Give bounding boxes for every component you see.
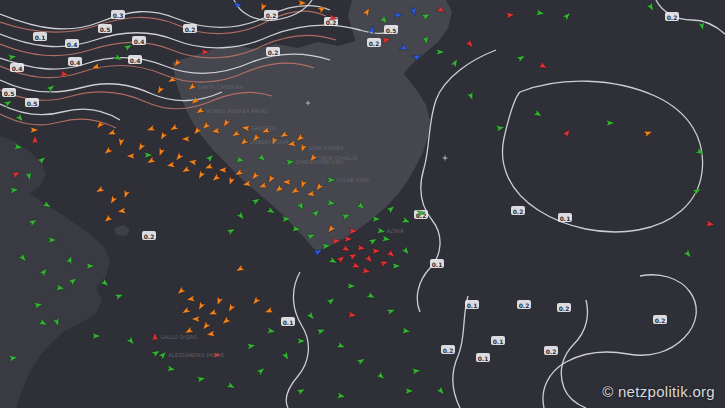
vessel-marker[interactable] [94, 185, 104, 195]
vessel-marker[interactable] [646, 2, 656, 12]
vessel-marker[interactable] [336, 342, 346, 351]
vessel-marker[interactable] [146, 125, 156, 134]
vessel-marker[interactable] [226, 381, 236, 391]
vessel-marker[interactable] [436, 386, 446, 396]
vessel-marker[interactable] [266, 206, 276, 216]
vessel-marker[interactable] [405, 388, 413, 394]
vessel-marker[interactable] [356, 356, 366, 366]
vessel-marker[interactable] [181, 136, 189, 142]
vessel-marker[interactable] [158, 131, 168, 141]
vessel-marker[interactable] [256, 366, 266, 376]
vessel-marker[interactable] [180, 306, 190, 316]
vessel-marker[interactable] [204, 163, 214, 172]
vessel-marker[interactable] [296, 386, 306, 396]
vessel-marker[interactable] [8, 53, 17, 61]
vessel-marker[interactable] [144, 152, 152, 158]
vessel-marker[interactable] [357, 244, 366, 252]
vessel-marker[interactable] [152, 332, 158, 340]
vessel-marker[interactable] [166, 161, 175, 169]
vessel-marker[interactable] [122, 189, 131, 199]
vessel-marker[interactable] [145, 156, 155, 166]
vessel-marker[interactable] [186, 295, 195, 303]
vessel-marker[interactable] [126, 336, 136, 346]
vessel-marker[interactable] [326, 296, 336, 306]
vessel-marker[interactable] [175, 286, 185, 296]
vessel-marker[interactable] [401, 217, 411, 226]
vessel-marker[interactable] [643, 129, 653, 138]
vessel-marker[interactable] [227, 176, 236, 186]
vessel-marker[interactable] [167, 365, 176, 373]
vessel-marker[interactable] [95, 120, 105, 130]
vessel-marker[interactable] [251, 196, 261, 206]
vessel-marker[interactable] [191, 316, 199, 322]
vessel-marker[interactable] [102, 146, 112, 156]
vessel-marker[interactable] [107, 129, 117, 138]
vessel-marker[interactable] [328, 256, 338, 266]
vessel-marker[interactable] [267, 327, 276, 335]
vessel-marker[interactable] [215, 296, 224, 306]
vessel-marker[interactable] [344, 236, 352, 242]
vessel-marker[interactable] [236, 211, 246, 221]
vessel-marker[interactable] [351, 262, 361, 271]
vessel-marker[interactable] [206, 330, 215, 338]
vessel-marker[interactable] [336, 254, 346, 264]
vessel-marker[interactable] [533, 109, 543, 119]
vessel-marker[interactable] [201, 321, 211, 331]
vessel-marker[interactable] [136, 142, 146, 152]
vessel-marker[interactable] [348, 311, 357, 319]
vessel-marker[interactable] [197, 375, 206, 383]
vessel-marker[interactable] [126, 153, 134, 159]
vessel-marker[interactable] [436, 49, 444, 55]
vessel-marker[interactable] [264, 307, 274, 316]
vessel-marker[interactable] [117, 138, 125, 147]
vessel-marker[interactable] [341, 244, 351, 254]
vessel-marker[interactable] [208, 309, 218, 318]
vessel-marker[interactable] [196, 301, 206, 311]
vessel-marker[interactable] [220, 316, 230, 326]
vessel-marker[interactable] [337, 392, 346, 400]
vessel-marker[interactable] [516, 53, 526, 63]
map-canvas[interactable]: 0.30.10.50.20.40.40.40.40.40.50.50.20.20… [0, 0, 725, 408]
vessel-marker[interactable] [412, 367, 421, 375]
vessel-marker[interactable] [32, 135, 38, 143]
vessel-marker[interactable] [379, 259, 389, 268]
vessel-marker[interactable] [467, 91, 476, 101]
vessel-marker[interactable] [364, 254, 374, 264]
vessel-marker[interactable] [108, 195, 118, 205]
vessel-marker[interactable] [188, 158, 197, 166]
vessel-marker[interactable] [362, 267, 371, 275]
vessel-marker[interactable] [366, 291, 376, 301]
vessel-marker[interactable] [562, 127, 572, 137]
vessel-marker[interactable] [368, 236, 378, 246]
vessel-marker[interactable] [536, 9, 545, 17]
vessel-marker[interactable] [210, 173, 220, 183]
vessel-marker[interactable] [562, 11, 572, 21]
vessel-marker[interactable] [506, 11, 515, 19]
vessel-marker[interactable] [450, 57, 460, 67]
vessel-marker[interactable] [168, 123, 178, 133]
vessel-marker[interactable] [401, 246, 411, 256]
vessel-marker[interactable] [226, 303, 236, 313]
vessel-marker[interactable] [377, 227, 386, 235]
vessel-marker[interactable] [247, 342, 256, 350]
vessel-marker[interactable] [281, 351, 291, 361]
vessel-marker[interactable] [392, 263, 400, 269]
station-marker[interactable] [441, 154, 449, 162]
vessel-marker[interactable] [465, 39, 475, 49]
vessel-marker[interactable] [196, 170, 206, 180]
vessel-marker[interactable] [402, 327, 411, 335]
vessel-marker[interactable] [123, 42, 133, 52]
vessel-marker[interactable] [297, 338, 305, 344]
vessel-marker[interactable] [692, 186, 702, 196]
vessel-marker[interactable] [683, 249, 693, 259]
vessel-marker[interactable] [117, 207, 126, 215]
vessel-marker[interactable] [606, 120, 614, 126]
vessel-marker[interactable] [306, 311, 316, 321]
vessel-marker[interactable] [376, 371, 386, 381]
vessel-marker[interactable] [234, 264, 244, 274]
vessel-marker[interactable] [382, 235, 391, 243]
vessel-marker[interactable] [205, 153, 215, 163]
vessel-marker[interactable] [91, 63, 101, 72]
marine-traffic-map[interactable]: 0.30.10.50.20.40.40.40.40.40.50.50.20.20… [0, 0, 725, 408]
vessel-marker[interactable] [372, 248, 380, 254]
